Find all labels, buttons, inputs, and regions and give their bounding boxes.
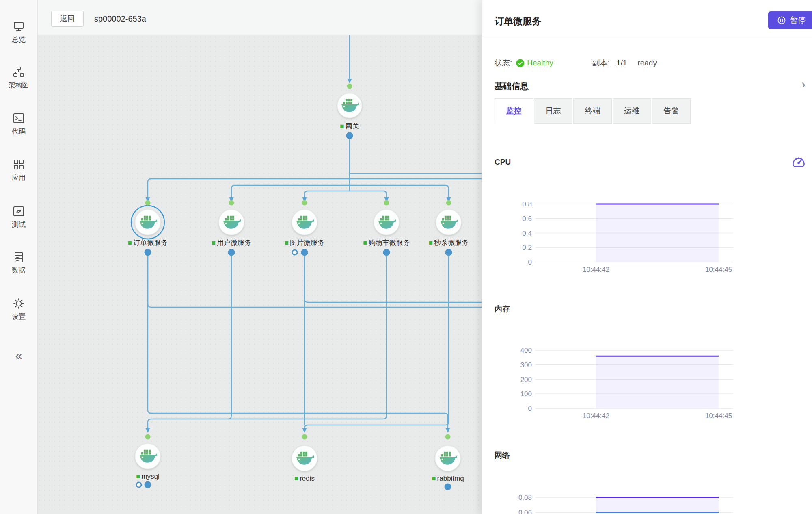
- node-label: ■网关: [340, 122, 359, 130]
- tab-bar: 监控 日志 终端 运维 告警: [495, 98, 691, 124]
- edge-arrow-icon: [348, 79, 352, 83]
- output-port-dot[interactable]: [383, 249, 390, 256]
- monitor-icon: [13, 20, 25, 33]
- sidebar-item-label: 应用: [12, 173, 26, 182]
- output-port-dot[interactable]: [445, 484, 451, 490]
- tab-alerts[interactable]: 告警: [652, 98, 691, 124]
- diagram-node-cart-service[interactable]: ■购物车微服务: [363, 200, 410, 256]
- node-label: ■秒杀微服务: [429, 239, 469, 247]
- gauge-icon[interactable]: [790, 154, 807, 171]
- y-tick-label: 0.06: [518, 509, 532, 514]
- sidebar-item-code[interactable]: 代码: [0, 112, 37, 136]
- sidebar-item-apps[interactable]: 应用: [0, 158, 37, 182]
- memory-chart-title: 内存: [495, 304, 510, 314]
- sidebar-item-label: 数据: [12, 266, 26, 275]
- series-area: [596, 497, 719, 512]
- input-port-dot[interactable]: [145, 434, 151, 440]
- cpu-chart: 00.20.40.60.810:44:4210:44:45: [508, 195, 739, 284]
- pause-button[interactable]: 暂停: [768, 11, 812, 29]
- output-port-dot[interactable]: [346, 132, 353, 139]
- input-port-dot[interactable]: [384, 200, 389, 206]
- tab-terminal[interactable]: 终端: [573, 98, 612, 124]
- sidebar-item-architecture[interactable]: 架构图: [0, 66, 37, 90]
- diagram-node-image-service[interactable]: ■图片微服务: [285, 200, 324, 256]
- y-tick-label: 100: [520, 390, 532, 398]
- y-tick-label: 0: [528, 258, 532, 266]
- input-port-dot[interactable]: [229, 200, 234, 206]
- diagram-edge: [148, 179, 482, 197]
- sidebar-item-label: 代码: [12, 127, 26, 136]
- back-button[interactable]: 返回: [51, 11, 84, 27]
- y-tick-label: 200: [520, 376, 532, 384]
- healthy-check-icon: [516, 59, 525, 67]
- divider: [482, 37, 812, 37]
- refresh-box-icon: [13, 205, 25, 217]
- hollow-port-dot[interactable]: [136, 482, 141, 487]
- input-port-dot[interactable]: [302, 200, 307, 206]
- diagram-node-redis[interactable]: ■redis: [292, 434, 317, 483]
- detail-panel: 订单微服务 暂停 状态: Healthy 副本: 1/1 ready 基础信息 …: [482, 0, 812, 514]
- diagram-node-user-service[interactable]: ■用户微服务: [212, 200, 251, 256]
- y-tick-label: 0: [528, 405, 532, 412]
- diagram-node-order-service[interactable]: ■订单微服务: [128, 200, 168, 256]
- edge-arrow-icon: [302, 428, 307, 433]
- sidebar-collapse-button[interactable]: «: [0, 349, 37, 362]
- sidebar-item-label: 总览: [12, 35, 26, 44]
- edge-arrow-icon: [146, 428, 150, 433]
- diagram-edge: [304, 252, 482, 302]
- y-tick-label: 0.6: [522, 215, 532, 223]
- output-port-dot[interactable]: [301, 249, 308, 256]
- output-port-dot[interactable]: [145, 249, 151, 256]
- chevron-right-icon[interactable]: ›: [801, 78, 806, 90]
- sidebar-item-test[interactable]: 测试: [0, 205, 37, 229]
- sidebar: 总览 架构图 代码 应用 测试 数据 设置 «: [0, 0, 38, 514]
- input-port-dot[interactable]: [302, 434, 307, 440]
- y-tick-label: 0.08: [518, 494, 532, 501]
- input-port-dot[interactable]: [446, 200, 451, 206]
- y-tick-label: 0.8: [522, 200, 532, 208]
- toolbar: 返回 sp00002-653a: [37, 0, 482, 35]
- y-tick-label: 300: [520, 361, 532, 369]
- input-port-dot[interactable]: [347, 84, 352, 89]
- hollow-port-dot[interactable]: [292, 250, 297, 255]
- architecture-diagram: ■网关■订单微服务■用户微服务■图片微服务■购物车微服务■秒杀微服务■mysql…: [37, 35, 482, 514]
- output-port-dot[interactable]: [445, 249, 452, 256]
- replica-value: 1/1: [616, 59, 627, 67]
- x-tick-label: 10:44:45: [705, 266, 732, 273]
- series-area: [596, 204, 719, 262]
- node-label: ■用户微服务: [212, 239, 251, 247]
- input-port-dot[interactable]: [145, 200, 151, 206]
- x-tick-label: 10:44:45: [705, 412, 732, 420]
- sidebar-item-label: 测试: [12, 220, 26, 229]
- node-label: ■mysql: [136, 473, 160, 480]
- tab-monitor[interactable]: 监控: [495, 98, 533, 124]
- status-row: 状态: Healthy 副本: 1/1 ready: [495, 58, 657, 68]
- output-port-dot[interactable]: [145, 481, 151, 488]
- sidebar-item-label: 架构图: [9, 80, 29, 90]
- apps-grid-icon: [13, 158, 25, 171]
- status-value: Healthy: [527, 59, 553, 67]
- tab-logs[interactable]: 日志: [534, 98, 572, 124]
- sidebar-item-label: 设置: [12, 312, 26, 321]
- tab-ops[interactable]: 运维: [613, 98, 651, 124]
- sidebar-item-settings[interactable]: 设置: [0, 297, 37, 321]
- diagram-edge: [148, 252, 448, 428]
- sidebar-item-overview[interactable]: 总览: [0, 20, 37, 44]
- diagram-node-mysql[interactable]: ■mysql: [135, 434, 160, 488]
- x-tick-label: 10:44:42: [583, 266, 609, 273]
- node-label: ■图片微服务: [285, 239, 324, 247]
- diagram-edge: [148, 252, 387, 428]
- sidebar-item-data[interactable]: 数据: [0, 251, 37, 275]
- x-tick-label: 10:44:42: [583, 412, 609, 420]
- architecture-canvas[interactable]: ■网关■订单微服务■用户微服务■图片微服务■购物车微服务■秒杀微服务■mysql…: [37, 35, 482, 514]
- input-port-dot[interactable]: [445, 434, 451, 440]
- database-icon: [13, 251, 25, 263]
- pause-circle-icon: [777, 16, 786, 25]
- cpu-chart-title: CPU: [495, 158, 511, 167]
- gear-icon: [13, 297, 25, 310]
- output-port-dot[interactable]: [228, 249, 235, 256]
- diagram-node-rabbitmq[interactable]: ■rabbitmq: [432, 434, 464, 490]
- diagram-node-seckill-service[interactable]: ■秒杀微服务: [429, 200, 469, 256]
- diagram-node-gateway[interactable]: ■网关: [337, 84, 362, 139]
- node-label: ■rabbitmq: [432, 475, 464, 482]
